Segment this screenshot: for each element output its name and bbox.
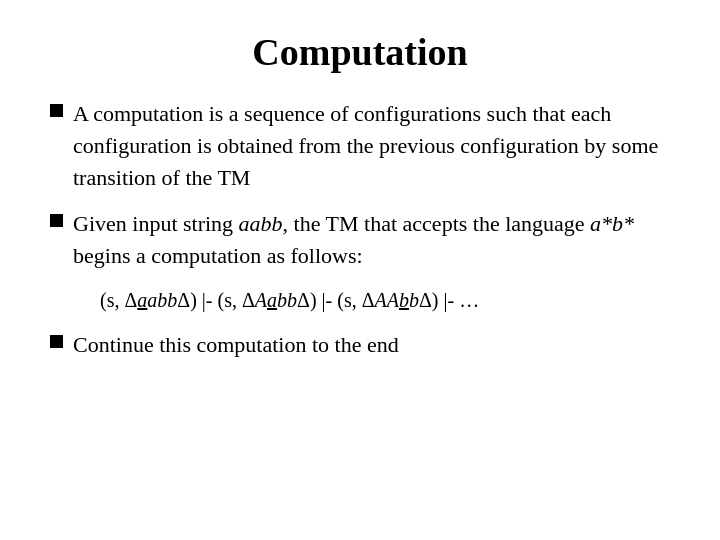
underline-a1: a: [137, 289, 147, 311]
italic-aabb: aabb: [239, 211, 283, 236]
italic-abb1: abb: [147, 289, 177, 311]
bullet-square-3: [50, 335, 63, 348]
bullet-text-1: A computation is a sequence of configura…: [73, 98, 670, 194]
underline-a2: a: [267, 289, 277, 311]
italic-bb1: bb: [277, 289, 297, 311]
italic-b2: b: [409, 289, 419, 311]
bullet-square-2: [50, 214, 63, 227]
bullet-text-3: Continue this computation to the end: [73, 329, 399, 361]
italic-A1: A: [255, 289, 267, 311]
bullet-item-1: A computation is a sequence of configura…: [50, 98, 670, 194]
sub-item-1: (s, ΔaabbΔ) |- (s, ΔAabbΔ) |- (s, ΔAAbbΔ…: [50, 285, 670, 315]
slide: Computation A computation is a sequence …: [0, 0, 720, 540]
underline-b1: b: [399, 289, 409, 311]
bullet-item-2: Given input string aabb, the TM that acc…: [50, 208, 670, 272]
slide-content: A computation is a sequence of configura…: [50, 98, 670, 510]
italic-language: a*b*: [590, 211, 634, 236]
slide-title: Computation: [50, 30, 670, 74]
bullet-square-1: [50, 104, 63, 117]
italic-AA: AA: [375, 289, 399, 311]
bullet-item-3: Continue this computation to the end: [50, 329, 670, 361]
bullet-text-2: Given input string aabb, the TM that acc…: [73, 208, 670, 272]
sub-text-1: (s, ΔaabbΔ) |- (s, ΔAabbΔ) |- (s, ΔAAbbΔ…: [100, 289, 479, 311]
